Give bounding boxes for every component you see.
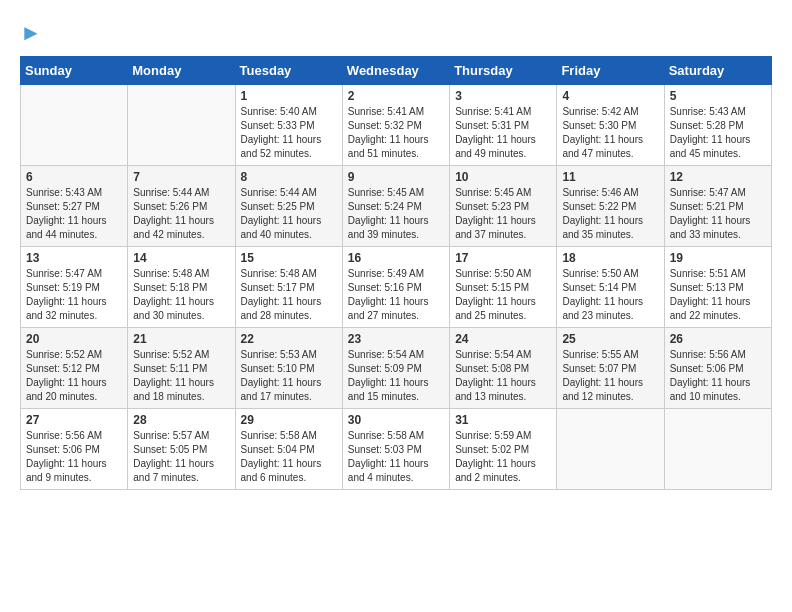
day-number: 8 bbox=[241, 170, 337, 184]
calendar-cell bbox=[557, 409, 664, 490]
logo: ► bbox=[20, 20, 42, 46]
day-number: 9 bbox=[348, 170, 444, 184]
day-info: Sunrise: 5:55 AMSunset: 5:07 PMDaylight:… bbox=[562, 348, 658, 404]
day-info: Sunrise: 5:42 AMSunset: 5:30 PMDaylight:… bbox=[562, 105, 658, 161]
day-number: 2 bbox=[348, 89, 444, 103]
calendar-cell: 10Sunrise: 5:45 AMSunset: 5:23 PMDayligh… bbox=[450, 166, 557, 247]
calendar-cell: 19Sunrise: 5:51 AMSunset: 5:13 PMDayligh… bbox=[664, 247, 771, 328]
day-info: Sunrise: 5:48 AMSunset: 5:17 PMDaylight:… bbox=[241, 267, 337, 323]
day-info: Sunrise: 5:40 AMSunset: 5:33 PMDaylight:… bbox=[241, 105, 337, 161]
day-number: 13 bbox=[26, 251, 122, 265]
day-number: 26 bbox=[670, 332, 766, 346]
day-number: 28 bbox=[133, 413, 229, 427]
calendar-cell: 1Sunrise: 5:40 AMSunset: 5:33 PMDaylight… bbox=[235, 85, 342, 166]
calendar-cell: 11Sunrise: 5:46 AMSunset: 5:22 PMDayligh… bbox=[557, 166, 664, 247]
calendar-cell: 17Sunrise: 5:50 AMSunset: 5:15 PMDayligh… bbox=[450, 247, 557, 328]
week-row-3: 13Sunrise: 5:47 AMSunset: 5:19 PMDayligh… bbox=[21, 247, 772, 328]
calendar-cell bbox=[664, 409, 771, 490]
calendar-cell: 24Sunrise: 5:54 AMSunset: 5:08 PMDayligh… bbox=[450, 328, 557, 409]
day-number: 16 bbox=[348, 251, 444, 265]
day-number: 18 bbox=[562, 251, 658, 265]
week-row-2: 6Sunrise: 5:43 AMSunset: 5:27 PMDaylight… bbox=[21, 166, 772, 247]
weekday-header-friday: Friday bbox=[557, 57, 664, 85]
calendar-cell: 4Sunrise: 5:42 AMSunset: 5:30 PMDaylight… bbox=[557, 85, 664, 166]
day-number: 30 bbox=[348, 413, 444, 427]
day-info: Sunrise: 5:45 AMSunset: 5:23 PMDaylight:… bbox=[455, 186, 551, 242]
calendar-cell: 3Sunrise: 5:41 AMSunset: 5:31 PMDaylight… bbox=[450, 85, 557, 166]
day-info: Sunrise: 5:44 AMSunset: 5:25 PMDaylight:… bbox=[241, 186, 337, 242]
day-number: 27 bbox=[26, 413, 122, 427]
calendar-cell: 8Sunrise: 5:44 AMSunset: 5:25 PMDaylight… bbox=[235, 166, 342, 247]
day-info: Sunrise: 5:56 AMSunset: 5:06 PMDaylight:… bbox=[26, 429, 122, 485]
day-info: Sunrise: 5:48 AMSunset: 5:18 PMDaylight:… bbox=[133, 267, 229, 323]
day-number: 14 bbox=[133, 251, 229, 265]
calendar-cell: 29Sunrise: 5:58 AMSunset: 5:04 PMDayligh… bbox=[235, 409, 342, 490]
calendar-cell: 18Sunrise: 5:50 AMSunset: 5:14 PMDayligh… bbox=[557, 247, 664, 328]
page-header: ► bbox=[20, 20, 772, 46]
day-number: 31 bbox=[455, 413, 551, 427]
day-number: 22 bbox=[241, 332, 337, 346]
day-number: 23 bbox=[348, 332, 444, 346]
day-info: Sunrise: 5:52 AMSunset: 5:11 PMDaylight:… bbox=[133, 348, 229, 404]
day-number: 3 bbox=[455, 89, 551, 103]
day-info: Sunrise: 5:52 AMSunset: 5:12 PMDaylight:… bbox=[26, 348, 122, 404]
calendar-cell bbox=[128, 85, 235, 166]
day-number: 6 bbox=[26, 170, 122, 184]
calendar-cell bbox=[21, 85, 128, 166]
day-number: 20 bbox=[26, 332, 122, 346]
day-info: Sunrise: 5:50 AMSunset: 5:15 PMDaylight:… bbox=[455, 267, 551, 323]
day-info: Sunrise: 5:49 AMSunset: 5:16 PMDaylight:… bbox=[348, 267, 444, 323]
day-info: Sunrise: 5:56 AMSunset: 5:06 PMDaylight:… bbox=[670, 348, 766, 404]
calendar-cell: 7Sunrise: 5:44 AMSunset: 5:26 PMDaylight… bbox=[128, 166, 235, 247]
day-number: 24 bbox=[455, 332, 551, 346]
calendar-cell: 12Sunrise: 5:47 AMSunset: 5:21 PMDayligh… bbox=[664, 166, 771, 247]
calendar-cell: 22Sunrise: 5:53 AMSunset: 5:10 PMDayligh… bbox=[235, 328, 342, 409]
day-info: Sunrise: 5:58 AMSunset: 5:03 PMDaylight:… bbox=[348, 429, 444, 485]
day-number: 17 bbox=[455, 251, 551, 265]
weekday-header-saturday: Saturday bbox=[664, 57, 771, 85]
day-info: Sunrise: 5:44 AMSunset: 5:26 PMDaylight:… bbox=[133, 186, 229, 242]
week-row-1: 1Sunrise: 5:40 AMSunset: 5:33 PMDaylight… bbox=[21, 85, 772, 166]
day-number: 10 bbox=[455, 170, 551, 184]
day-number: 11 bbox=[562, 170, 658, 184]
weekday-header-wednesday: Wednesday bbox=[342, 57, 449, 85]
day-number: 15 bbox=[241, 251, 337, 265]
day-number: 5 bbox=[670, 89, 766, 103]
week-row-5: 27Sunrise: 5:56 AMSunset: 5:06 PMDayligh… bbox=[21, 409, 772, 490]
day-info: Sunrise: 5:53 AMSunset: 5:10 PMDaylight:… bbox=[241, 348, 337, 404]
weekday-header-sunday: Sunday bbox=[21, 57, 128, 85]
day-number: 19 bbox=[670, 251, 766, 265]
day-info: Sunrise: 5:41 AMSunset: 5:31 PMDaylight:… bbox=[455, 105, 551, 161]
day-info: Sunrise: 5:45 AMSunset: 5:24 PMDaylight:… bbox=[348, 186, 444, 242]
week-row-4: 20Sunrise: 5:52 AMSunset: 5:12 PMDayligh… bbox=[21, 328, 772, 409]
weekday-header-row: SundayMondayTuesdayWednesdayThursdayFrid… bbox=[21, 57, 772, 85]
day-info: Sunrise: 5:59 AMSunset: 5:02 PMDaylight:… bbox=[455, 429, 551, 485]
day-number: 1 bbox=[241, 89, 337, 103]
calendar-cell: 31Sunrise: 5:59 AMSunset: 5:02 PMDayligh… bbox=[450, 409, 557, 490]
weekday-header-tuesday: Tuesday bbox=[235, 57, 342, 85]
calendar-cell: 15Sunrise: 5:48 AMSunset: 5:17 PMDayligh… bbox=[235, 247, 342, 328]
day-info: Sunrise: 5:57 AMSunset: 5:05 PMDaylight:… bbox=[133, 429, 229, 485]
day-number: 4 bbox=[562, 89, 658, 103]
calendar-cell: 21Sunrise: 5:52 AMSunset: 5:11 PMDayligh… bbox=[128, 328, 235, 409]
calendar-table: SundayMondayTuesdayWednesdayThursdayFrid… bbox=[20, 56, 772, 490]
calendar-cell: 25Sunrise: 5:55 AMSunset: 5:07 PMDayligh… bbox=[557, 328, 664, 409]
calendar-cell: 23Sunrise: 5:54 AMSunset: 5:09 PMDayligh… bbox=[342, 328, 449, 409]
calendar-cell: 16Sunrise: 5:49 AMSunset: 5:16 PMDayligh… bbox=[342, 247, 449, 328]
day-info: Sunrise: 5:54 AMSunset: 5:09 PMDaylight:… bbox=[348, 348, 444, 404]
calendar-cell: 28Sunrise: 5:57 AMSunset: 5:05 PMDayligh… bbox=[128, 409, 235, 490]
day-info: Sunrise: 5:51 AMSunset: 5:13 PMDaylight:… bbox=[670, 267, 766, 323]
calendar-cell: 30Sunrise: 5:58 AMSunset: 5:03 PMDayligh… bbox=[342, 409, 449, 490]
day-info: Sunrise: 5:41 AMSunset: 5:32 PMDaylight:… bbox=[348, 105, 444, 161]
day-number: 12 bbox=[670, 170, 766, 184]
day-info: Sunrise: 5:47 AMSunset: 5:21 PMDaylight:… bbox=[670, 186, 766, 242]
day-number: 7 bbox=[133, 170, 229, 184]
weekday-header-monday: Monday bbox=[128, 57, 235, 85]
day-info: Sunrise: 5:58 AMSunset: 5:04 PMDaylight:… bbox=[241, 429, 337, 485]
day-number: 21 bbox=[133, 332, 229, 346]
day-info: Sunrise: 5:47 AMSunset: 5:19 PMDaylight:… bbox=[26, 267, 122, 323]
calendar-cell: 14Sunrise: 5:48 AMSunset: 5:18 PMDayligh… bbox=[128, 247, 235, 328]
weekday-header-thursday: Thursday bbox=[450, 57, 557, 85]
calendar-cell: 2Sunrise: 5:41 AMSunset: 5:32 PMDaylight… bbox=[342, 85, 449, 166]
calendar-cell: 27Sunrise: 5:56 AMSunset: 5:06 PMDayligh… bbox=[21, 409, 128, 490]
